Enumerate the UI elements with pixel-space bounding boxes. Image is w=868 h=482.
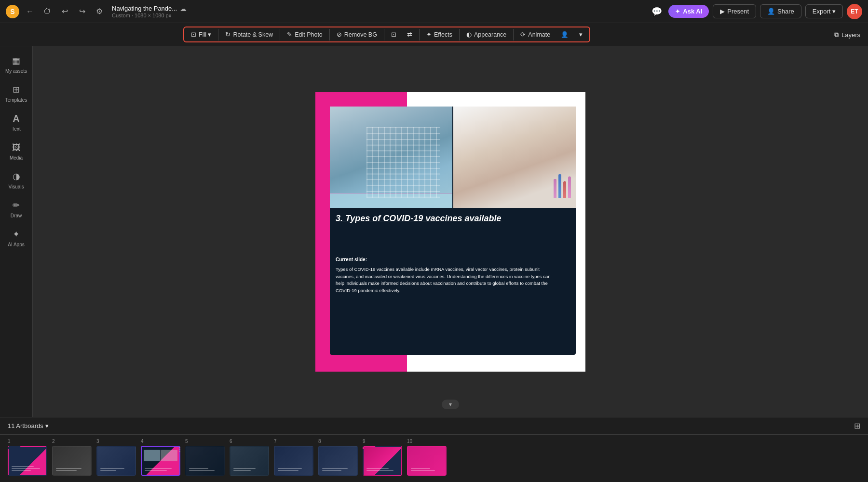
thumbnail-1[interactable]: 1 <box>8 439 47 476</box>
remove-bg-button[interactable]: ⊘ Remove BG <box>332 28 382 40</box>
edit-photo-button[interactable]: ✎ Edit Photo <box>282 28 327 40</box>
layers-icon: ⧉ <box>834 31 839 39</box>
slide[interactable]: 3. Types of COVID-19 vaccines available … <box>315 92 585 372</box>
document-name: Navigating the Pande... <box>112 5 177 12</box>
toolbar-divider-6 <box>459 29 460 40</box>
sidebar-item-media[interactable]: 🖼 Media <box>2 138 31 165</box>
thumb-box-7[interactable] <box>274 446 313 476</box>
toolbar-divider-7 <box>513 29 514 40</box>
chat-button[interactable]: 💬 <box>649 4 665 19</box>
slide-body-label: Current slide: <box>336 256 557 264</box>
document-title: Navigating the Pande... ☁ Custom · 1080 … <box>112 5 187 18</box>
thumb-more-btn-4[interactable]: ⋮ <box>176 445 183 453</box>
text-icon: A <box>11 113 22 124</box>
history-button[interactable]: ⏱ <box>41 5 54 18</box>
templates-icon: ⊞ <box>11 84 22 95</box>
animate-more-button[interactable]: 👤 <box>556 28 573 40</box>
toolbar-divider-4 <box>384 29 384 40</box>
toolbar-divider-1 <box>218 29 218 40</box>
thumb-num-5: 5 <box>185 439 188 444</box>
slide-image-left[interactable] <box>330 107 452 208</box>
cloud-icon: ☁ <box>180 5 187 13</box>
sidebar-item-templates[interactable]: ⊞ Templates <box>2 80 31 107</box>
toolbar-inner: ⊡ Fill ▾ ↻ Rotate & Skew ✎ Edit Photo ⊘ … <box>183 27 590 42</box>
thumb-box-1[interactable] <box>8 446 47 476</box>
thumb-num-6: 6 <box>230 439 232 444</box>
thumb-box-2[interactable] <box>52 446 92 476</box>
sidebar-item-my-assets[interactable]: ▦ My assets <box>2 51 31 78</box>
ask-ai-button[interactable]: Ask AI <box>668 5 709 18</box>
person-icon: 👤 <box>561 31 569 38</box>
thumb-num-10: 10 <box>407 439 412 444</box>
thumb-box-4[interactable] <box>141 446 180 476</box>
crop-button[interactable]: ⊡ <box>386 28 401 40</box>
thumb-num-2: 2 <box>52 439 55 444</box>
flip-button[interactable]: ⇄ <box>402 28 417 40</box>
topbar-right: 💬 Ask AI ▶ Present 👤 Share Export ▾ ET <box>649 4 862 19</box>
toolbar-divider-2 <box>280 29 280 40</box>
slide-body: Current slide: Types of COVID-19 vaccine… <box>336 256 557 295</box>
collapse-panel-button[interactable]: ▾ <box>442 400 459 409</box>
sidebar-item-visuals[interactable]: ◑ Visuals <box>2 167 31 194</box>
thumbnail-6[interactable]: 6 <box>230 439 269 476</box>
thumbnail-5[interactable]: 5 <box>185 439 225 476</box>
thumb-num-7: 7 <box>274 439 277 444</box>
bottom-strip: 11 Artboards ▾ ⊞ 1 2 3 4 <box>0 417 868 482</box>
thumb-num-9: 9 <box>363 439 366 444</box>
sidebar-item-ai-apps[interactable]: ✦ AI Apps <box>2 225 31 252</box>
main-area: ▦ My assets ⊞ Templates A Text 🖼 Media ◑… <box>0 46 868 417</box>
visuals-icon: ◑ <box>11 171 22 182</box>
chevron-down-icon: ▾ <box>579 31 583 38</box>
rotate-icon: ↻ <box>225 31 231 38</box>
animate-button[interactable]: ⟳ Animate <box>515 28 555 40</box>
back-button[interactable]: ← <box>23 5 37 18</box>
thumbnails-row: 1 2 3 4 ⋮ <box>0 435 868 480</box>
artboards-grid-button[interactable]: ⊞ <box>854 421 860 430</box>
settings-button[interactable]: ⚙ <box>93 5 106 18</box>
redo-button[interactable]: ↪ <box>75 5 89 18</box>
thumbnail-8[interactable]: 8 <box>318 439 358 476</box>
lab-cage-image <box>330 107 452 208</box>
appearance-button[interactable]: ◐ Appearance <box>461 28 511 40</box>
my-assets-icon: ▦ <box>11 55 22 67</box>
toolbar-more-button[interactable]: ▾ <box>574 28 587 40</box>
thumbnail-2[interactable]: 2 <box>52 439 92 476</box>
export-button[interactable]: Export ▾ <box>805 4 843 18</box>
slide-body-text: Types of COVID-19 vaccines available inc… <box>336 266 557 295</box>
sidebar-item-draw[interactable]: ✏ Draw <box>2 196 31 223</box>
app-logo[interactable]: S <box>6 5 19 18</box>
media-icon: 🖼 <box>11 142 22 153</box>
avatar[interactable]: ET <box>847 4 862 19</box>
thumb-num-1: 1 <box>8 439 11 444</box>
thumb-box-5[interactable] <box>185 446 225 476</box>
slide-image-right[interactable] <box>453 107 576 208</box>
sidebar-item-text[interactable]: A Text <box>2 109 31 136</box>
sidebar: ▦ My assets ⊞ Templates A Text 🖼 Media ◑… <box>0 46 33 417</box>
thumbnail-7[interactable]: 7 <box>274 439 313 476</box>
canvas-area[interactable]: 3. Types of COVID-19 vaccines available … <box>33 46 868 417</box>
thumb-box-9[interactable] <box>363 446 402 476</box>
undo-button[interactable]: ↩ <box>58 5 71 18</box>
effects-button[interactable]: ✦ Effects <box>421 28 457 40</box>
appearance-icon: ◐ <box>466 31 472 38</box>
document-dimensions: Custom · 1080 × 1080 px <box>112 13 187 18</box>
thumb-box-6[interactable] <box>230 446 269 476</box>
present-button[interactable]: ▶ Present <box>713 4 756 18</box>
share-button[interactable]: 👤 Share <box>760 4 801 18</box>
thumb-box-3[interactable] <box>96 446 136 476</box>
thumbnail-3[interactable]: 3 <box>96 439 136 476</box>
effects-icon: ✦ <box>426 31 432 38</box>
animate-icon: ⟳ <box>520 31 526 38</box>
artboards-label[interactable]: 11 Artboards ▾ <box>8 422 49 429</box>
crop-icon: ⊡ <box>391 31 396 38</box>
fill-button[interactable]: ⊡ Fill ▾ <box>186 28 216 40</box>
thumb-box-10[interactable] <box>407 446 447 476</box>
thumbnail-4[interactable]: 4 ⋮ <box>141 439 180 476</box>
thumb-box-8[interactable] <box>318 446 358 476</box>
rotate-skew-button[interactable]: ↻ Rotate & Skew <box>220 28 278 40</box>
toolbar-divider-3 <box>329 29 330 40</box>
layers-button[interactable]: ⧉ Layers <box>827 23 868 46</box>
edit-photo-icon: ✎ <box>287 31 292 38</box>
thumbnail-9[interactable]: 9 <box>363 439 402 476</box>
thumbnail-10[interactable]: 10 <box>407 439 447 476</box>
